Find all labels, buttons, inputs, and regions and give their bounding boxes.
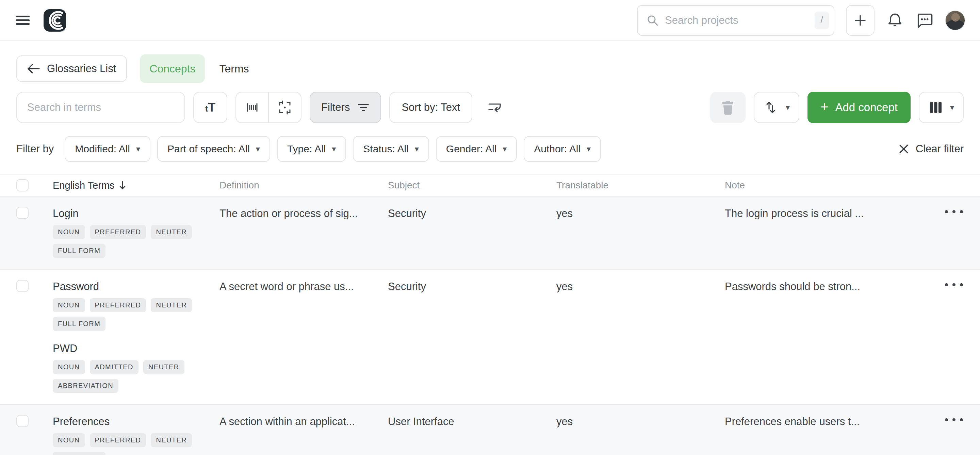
- match-case-button[interactable]: tT: [193, 92, 227, 123]
- note-cell: Preferences enable users t...: [725, 415, 932, 455]
- column-header-definition[interactable]: Definition: [220, 180, 388, 191]
- wrap-text-icon: [487, 101, 503, 114]
- filter-gender[interactable]: Gender: All ▾: [436, 136, 517, 162]
- filter-part-of-speech-label: Part of speech: All: [167, 143, 250, 155]
- logo-shell-icon: [43, 9, 66, 32]
- term-name: Preferences: [53, 415, 220, 428]
- slash-shortcut-badge: /: [815, 11, 829, 29]
- arrow-left-icon: [27, 63, 40, 74]
- row-checkbox[interactable]: [16, 280, 29, 292]
- app-logo[interactable]: [43, 9, 66, 32]
- table-row[interactable]: Password NOUN PREFERRED NEUTER FULL FORM…: [0, 270, 980, 404]
- chevron-down-icon: ▾: [332, 145, 336, 153]
- row-checkbox[interactable]: [16, 207, 29, 219]
- hamburger-menu-button[interactable]: [15, 14, 30, 27]
- badge: PREFERRED: [90, 225, 146, 239]
- feedback-button[interactable]: [915, 12, 934, 29]
- filter-modified[interactable]: Modified: All ▾: [65, 136, 150, 162]
- term-name: Password: [53, 281, 220, 293]
- chevron-down-icon: ▾: [256, 145, 260, 153]
- filters-button[interactable]: Filters: [310, 92, 381, 123]
- delete-selected-button[interactable]: [710, 92, 746, 123]
- project-search-input[interactable]: [665, 14, 808, 27]
- filter-author-label: Author: All: [534, 143, 581, 155]
- whole-word-button[interactable]: [236, 92, 268, 122]
- topbar: /: [0, 0, 980, 41]
- close-icon: [898, 143, 910, 155]
- column-header-subject[interactable]: Subject: [388, 180, 556, 191]
- project-search: /: [637, 5, 834, 36]
- chevron-down-icon: ▾: [415, 145, 419, 153]
- back-button-label: Glossaries List: [47, 63, 116, 75]
- back-to-glossaries-button[interactable]: Glossaries List: [16, 55, 127, 82]
- sort-descending-icon: [119, 181, 126, 190]
- search-mode-group: [235, 92, 301, 123]
- column-header-note[interactable]: Note: [725, 180, 932, 191]
- badge: FULL FORM: [53, 317, 105, 331]
- select-all-checkbox[interactable]: [16, 179, 29, 192]
- exact-match-button[interactable]: [269, 92, 301, 122]
- tab-concepts[interactable]: Concepts: [140, 54, 205, 83]
- term-badges: NOUN ADMITTED NEUTER ABBREVIATION: [53, 360, 196, 393]
- hamburger-icon: [15, 14, 30, 27]
- badge: NOUN: [53, 433, 85, 447]
- term-name: Login: [53, 208, 220, 220]
- translatable-cell: yes: [556, 415, 725, 455]
- filter-part-of-speech[interactable]: Part of speech: All ▾: [157, 136, 270, 162]
- import-export-dropdown[interactable]: ▾: [754, 92, 799, 123]
- arrows-up-down-icon: [763, 100, 779, 115]
- table-row[interactable]: Preferences NOUN PREFERRED NEUTER FULL F…: [0, 404, 980, 455]
- row-menu-button[interactable]: [944, 281, 964, 393]
- row-menu-button[interactable]: [944, 415, 964, 455]
- filter-gender-label: Gender: All: [446, 143, 496, 155]
- chat-icon: [915, 12, 934, 29]
- column-header-english-terms[interactable]: English Terms: [53, 180, 220, 191]
- add-concept-button[interactable]: + Add concept: [808, 92, 911, 123]
- chevron-down-icon: ▾: [950, 103, 954, 111]
- row-checkbox[interactable]: [16, 415, 29, 427]
- badge: NOUN: [53, 298, 85, 312]
- badge: NEUTER: [143, 360, 185, 374]
- add-concept-label: Add concept: [835, 101, 897, 114]
- create-new-button[interactable]: [846, 5, 875, 36]
- letter-case-icon: tT: [205, 100, 216, 114]
- plus-icon: +: [821, 100, 828, 114]
- term-group: PWD NOUN ADMITTED NEUTER ABBREVIATION: [53, 342, 220, 393]
- filter-status[interactable]: Status: All ▾: [353, 136, 429, 162]
- filter-type[interactable]: Type: All ▾: [277, 136, 346, 162]
- notifications-button[interactable]: [886, 11, 904, 29]
- translatable-cell: yes: [556, 280, 725, 393]
- definition-cell: A section within an applicat...: [220, 415, 388, 455]
- badge: FULL FORM: [53, 244, 105, 258]
- filter-modified-label: Modified: All: [75, 143, 130, 155]
- badge: PREFERRED: [90, 433, 146, 447]
- filter-bar: Filter by Modified: All ▾ Part of speech…: [0, 136, 980, 162]
- wrap-text-button[interactable]: [480, 92, 509, 123]
- chevron-down-icon: ▾: [786, 103, 790, 111]
- user-avatar[interactable]: [945, 11, 965, 30]
- columns-dropdown[interactable]: ▾: [919, 92, 964, 123]
- filter-author[interactable]: Author: All ▾: [524, 136, 601, 162]
- table-header: English Terms Definition Subject Transla…: [0, 174, 980, 196]
- table-row[interactable]: Login NOUN PREFERRED NEUTER FULL FORM Th…: [0, 196, 980, 270]
- terms-search-input[interactable]: [27, 101, 174, 114]
- clear-filter-button[interactable]: Clear filter: [898, 143, 964, 155]
- sort-by-label: Sort by: Text: [401, 101, 460, 114]
- badge: NOUN: [53, 360, 85, 374]
- sort-by-button[interactable]: Sort by: Text: [389, 92, 472, 123]
- badge: FULL FORM: [53, 452, 105, 455]
- clear-filter-label: Clear filter: [916, 143, 964, 155]
- bell-icon: [886, 11, 904, 29]
- concepts-toolbar: tT Filters Sort by: Text: [0, 92, 980, 123]
- whole-word-icon: [245, 100, 259, 115]
- column-header-translatable[interactable]: Translatable: [556, 180, 725, 191]
- translatable-cell: yes: [556, 207, 725, 258]
- badge: NEUTER: [151, 298, 192, 312]
- tab-terms[interactable]: Terms: [218, 54, 250, 83]
- columns-icon: [928, 101, 943, 114]
- badge: NEUTER: [151, 225, 192, 239]
- term-badges: NOUN PREFERRED NEUTER FULL FORM: [53, 433, 196, 455]
- row-menu-button[interactable]: [944, 208, 964, 258]
- term-badges: NOUN PREFERRED NEUTER FULL FORM: [53, 225, 196, 258]
- ellipsis-icon: [945, 210, 948, 213]
